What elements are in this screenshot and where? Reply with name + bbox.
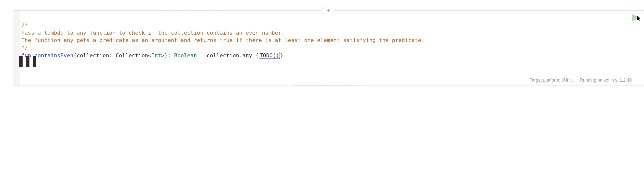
mouse-pointer-icon bbox=[637, 16, 641, 21]
runtime-label: Running on kotlin v. 1.2.40 bbox=[580, 78, 632, 83]
loading-bars-icon bbox=[19, 56, 36, 67]
todo-placeholder[interactable]: TODO() bbox=[259, 52, 280, 59]
divider bbox=[13, 76, 644, 76]
function-name: containsEven bbox=[34, 52, 74, 59]
sig-open: (collection: Collection< bbox=[74, 52, 152, 59]
return-type: Boolean bbox=[174, 52, 197, 59]
type-int: Int bbox=[152, 52, 161, 59]
target-platform-label: Target platform: JUnit bbox=[530, 78, 572, 83]
expr-start: = collection.any { bbox=[197, 52, 259, 59]
editor-gutter bbox=[13, 11, 20, 86]
fold-zigzag-bottom bbox=[294, 85, 363, 86]
comment-line: Pass a lambda to any function to check i… bbox=[21, 30, 285, 36]
plus-icon[interactable] bbox=[322, 7, 335, 14]
sig-close: >): bbox=[161, 52, 174, 59]
brace-close: } bbox=[280, 52, 283, 59]
comment-open: /* bbox=[21, 22, 28, 28]
status-footer: Target platform: JUnit Running on kotlin… bbox=[530, 78, 632, 83]
comment-line: The function any gets a predicate as an … bbox=[21, 37, 424, 43]
comment-close: */ bbox=[21, 45, 28, 51]
code-editor[interactable]: /* Pass a lambda to any function to chec… bbox=[13, 10, 644, 86]
code-content[interactable]: /* Pass a lambda to any function to chec… bbox=[20, 11, 644, 86]
